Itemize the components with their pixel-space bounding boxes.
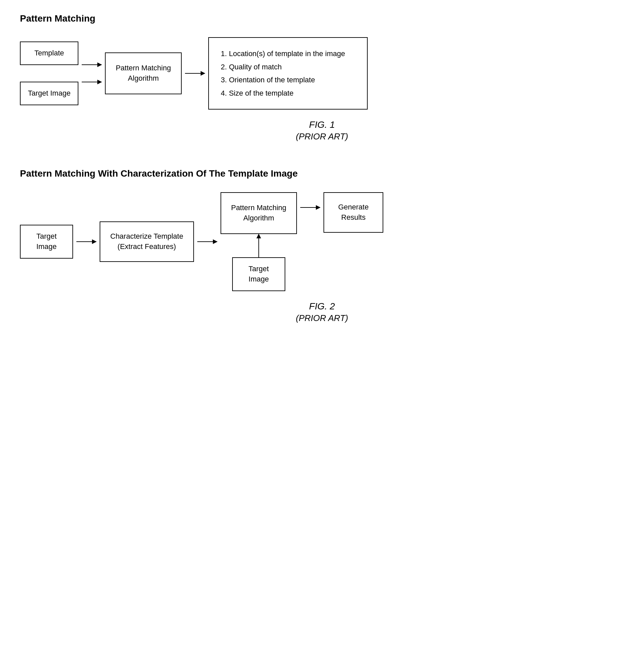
fig2-algo-col: Pattern Matching Algorithm Target Image bbox=[220, 192, 297, 291]
fig1-output-2: 2. Quality of match bbox=[221, 60, 355, 74]
fig2-arrow-line-2 bbox=[197, 241, 217, 242]
fig2-main-flow: Target Image Characterize Template (Extr… bbox=[20, 192, 383, 291]
fig1-title: Pattern Matching bbox=[20, 13, 624, 24]
fig2-arrow-line-3 bbox=[300, 207, 320, 208]
fig1-algorithm-box: Pattern Matching Algorithm bbox=[105, 53, 181, 94]
fig2-generate-box: Generate Results bbox=[323, 192, 383, 233]
arrow-line-3 bbox=[185, 73, 205, 74]
fig2-label: FIG. 2 bbox=[20, 301, 624, 312]
fig2-algorithm-box: Pattern Matching Algorithm bbox=[220, 192, 297, 234]
fig2-characterize-box: Characterize Template (Extract Features) bbox=[100, 221, 194, 262]
fig1-arrow1 bbox=[82, 64, 102, 65]
fig1-output-1: 1. Location(s) of template in the image bbox=[221, 47, 355, 60]
fig1-label: FIG. 1 bbox=[20, 120, 624, 130]
fig1-output-3: 3. Orientation of the template bbox=[221, 73, 355, 87]
arrow-line-2 bbox=[82, 82, 102, 82]
fig1-output-box: 1. Location(s) of template in the image … bbox=[208, 37, 368, 110]
fig1-template-box: Template bbox=[20, 42, 78, 65]
fig1-flowchart: Template Target Image Pattern Matching A… bbox=[20, 37, 624, 110]
fig1-inputs: Template Target Image bbox=[20, 42, 78, 105]
fig1-sublabel: (PRIOR ART) bbox=[20, 132, 624, 142]
fig1-output-4: 4. Size of the template bbox=[221, 87, 355, 100]
fig2-target-box: Target Image bbox=[20, 225, 73, 259]
fig1-arrow2 bbox=[82, 82, 102, 82]
fig2-arrow2 bbox=[197, 241, 217, 242]
fig2-sublabel: (PRIOR ART) bbox=[20, 313, 624, 324]
fig2-flowchart: Target Image Characterize Template (Extr… bbox=[20, 192, 624, 291]
fig1-output-arrow bbox=[185, 73, 205, 74]
fig2-title: Pattern Matching With Characterization O… bbox=[20, 168, 624, 179]
fig2-section: Pattern Matching With Characterization O… bbox=[20, 168, 624, 323]
fig1-target-image-box: Target Image bbox=[20, 82, 78, 105]
fig1-input-arrows bbox=[82, 64, 102, 82]
fig2-wrapper: Target Image Characterize Template (Extr… bbox=[20, 192, 383, 291]
fig2-arrow3 bbox=[300, 207, 320, 208]
fig2-vert-arrow bbox=[258, 234, 259, 257]
fig2-arrow-line-1 bbox=[76, 241, 96, 242]
arrow-line-1 bbox=[82, 64, 102, 65]
fig1-section: Pattern Matching Template Target Image P… bbox=[20, 13, 624, 142]
fig2-arrow1 bbox=[76, 241, 96, 242]
fig2-target-image2-box: Target Image bbox=[232, 257, 285, 291]
